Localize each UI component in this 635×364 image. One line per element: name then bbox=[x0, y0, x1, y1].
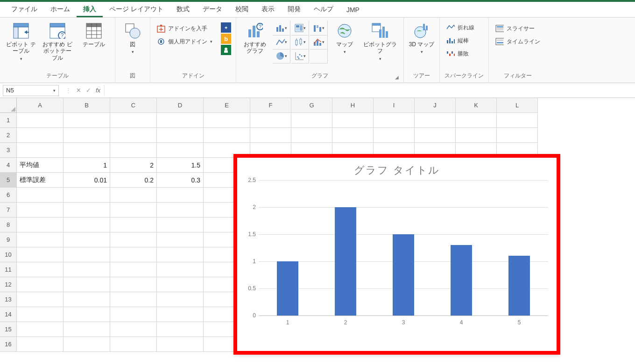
slicer-button[interactable]: スライサー bbox=[494, 23, 542, 34]
cell-B7[interactable] bbox=[64, 203, 110, 217]
cell-D5[interactable]: 0.3 bbox=[157, 173, 204, 188]
cell-D7[interactable] bbox=[157, 203, 204, 217]
row-header-3[interactable]: 3 bbox=[0, 143, 17, 158]
cell-B1[interactable] bbox=[64, 113, 110, 128]
column-header-D[interactable]: D bbox=[157, 98, 204, 113]
cell-C10[interactable] bbox=[110, 247, 157, 262]
cell-A11[interactable] bbox=[17, 262, 64, 277]
cell-B8[interactable] bbox=[64, 217, 110, 232]
select-all-corner[interactable] bbox=[0, 98, 17, 113]
enter-formula-icon[interactable]: ✓ bbox=[86, 87, 91, 94]
cell-B13[interactable] bbox=[64, 292, 110, 307]
cell-A12[interactable] bbox=[17, 277, 64, 292]
chart-bar[interactable] bbox=[393, 234, 414, 315]
pivot-chart-button[interactable]: ピボットグラフ ▾ bbox=[361, 21, 399, 61]
cell-C9[interactable] bbox=[110, 232, 157, 247]
cell-C12[interactable] bbox=[110, 277, 157, 292]
cell-B9[interactable] bbox=[64, 232, 110, 247]
cell-A16[interactable] bbox=[17, 337, 64, 352]
cell-A5[interactable]: 標準誤差 bbox=[17, 173, 64, 188]
column-header-A[interactable]: A bbox=[17, 98, 64, 113]
column-chart-button[interactable]: ▾ bbox=[273, 21, 290, 35]
cell-K1[interactable] bbox=[456, 113, 497, 128]
cell-C16[interactable] bbox=[110, 337, 157, 352]
cell-I2[interactable] bbox=[374, 128, 415, 143]
cell-A1[interactable] bbox=[17, 113, 64, 128]
cell-D2[interactable] bbox=[157, 128, 204, 143]
cell-D8[interactable] bbox=[157, 217, 204, 232]
row-header-16[interactable]: 16 bbox=[0, 337, 17, 352]
cell-H2[interactable] bbox=[332, 128, 374, 143]
cell-B5[interactable]: 0.01 bbox=[64, 173, 110, 188]
cell-D13[interactable] bbox=[157, 292, 204, 307]
cell-B16[interactable] bbox=[64, 337, 110, 352]
cell-A6[interactable] bbox=[17, 188, 64, 203]
scatter-chart-button[interactable]: ▾ bbox=[291, 49, 309, 63]
column-header-J[interactable]: J bbox=[415, 98, 456, 113]
pivot-table-button[interactable]: ピボット テーブル ▾ bbox=[5, 21, 37, 61]
cell-D15[interactable] bbox=[157, 322, 204, 337]
cell-B11[interactable] bbox=[64, 262, 110, 277]
my-addins-button[interactable]: 個人用アドイン ▾ bbox=[155, 36, 214, 47]
row-header-1[interactable]: 1 bbox=[0, 113, 17, 128]
cell-A9[interactable] bbox=[17, 232, 64, 247]
chart-bar[interactable] bbox=[335, 207, 356, 315]
column-header-C[interactable]: C bbox=[110, 98, 157, 113]
cell-C13[interactable] bbox=[110, 292, 157, 307]
cell-F1[interactable] bbox=[250, 113, 291, 128]
tab-開発[interactable]: 開発 bbox=[281, 2, 307, 17]
bing-maps-icon[interactable]: ✦ bbox=[221, 22, 231, 33]
column-header-G[interactable]: G bbox=[291, 98, 332, 113]
cell-E1[interactable] bbox=[204, 113, 250, 128]
cell-D16[interactable] bbox=[157, 337, 204, 352]
cell-C4[interactable]: 2 bbox=[110, 158, 157, 173]
cell-D4[interactable]: 1.5 bbox=[157, 158, 204, 173]
dialog-launcher-icon[interactable]: ◢ bbox=[395, 75, 399, 80]
tab-ファイル[interactable]: ファイル bbox=[5, 2, 44, 17]
tab-数式[interactable]: 数式 bbox=[170, 2, 196, 17]
row-header-13[interactable]: 13 bbox=[0, 292, 17, 307]
sparkline-line-button[interactable]: 折れ線 bbox=[444, 22, 476, 33]
cell-L2[interactable] bbox=[497, 128, 538, 143]
cell-C2[interactable] bbox=[110, 128, 157, 143]
cell-A10[interactable] bbox=[17, 247, 64, 262]
cell-C8[interactable] bbox=[110, 217, 157, 232]
waterfall-chart-button[interactable]: ▾ bbox=[310, 21, 328, 35]
cell-B14[interactable] bbox=[64, 307, 110, 322]
tab-ヘルプ[interactable]: ヘルプ bbox=[307, 2, 340, 17]
row-header-7[interactable]: 7 bbox=[0, 203, 17, 217]
name-box[interactable]: N5▾ bbox=[3, 85, 59, 96]
column-header-I[interactable]: I bbox=[374, 98, 415, 113]
cell-B10[interactable] bbox=[64, 247, 110, 262]
cell-D14[interactable] bbox=[157, 307, 204, 322]
cell-C3[interactable] bbox=[110, 143, 157, 158]
row-header-14[interactable]: 14 bbox=[0, 307, 17, 322]
recommended-charts-button[interactable]: ? おすすめ グラフ bbox=[241, 21, 269, 55]
cell-C15[interactable] bbox=[110, 322, 157, 337]
tab-校閲[interactable]: 校閲 bbox=[229, 2, 255, 17]
combo-chart-button[interactable]: ▾ bbox=[310, 35, 328, 49]
cell-C7[interactable] bbox=[110, 203, 157, 217]
cell-B12[interactable] bbox=[64, 277, 110, 292]
tab-データ[interactable]: データ bbox=[196, 2, 229, 17]
column-header-F[interactable]: F bbox=[250, 98, 291, 113]
statistic-chart-button[interactable]: ▾ bbox=[291, 35, 309, 49]
cell-C1[interactable] bbox=[110, 113, 157, 128]
tab-挿入[interactable]: 挿入 bbox=[77, 2, 103, 17]
cell-D12[interactable] bbox=[157, 277, 204, 292]
recommended-pivot-button[interactable]: ? おすすめ ピボットテーブル bbox=[41, 21, 74, 61]
cell-A8[interactable] bbox=[17, 217, 64, 232]
tab-ページ レイアウト[interactable]: ページ レイアウト bbox=[103, 2, 170, 17]
chart-bar[interactable] bbox=[508, 256, 530, 315]
hierarchy-chart-button[interactable]: ▾ bbox=[291, 21, 309, 35]
cell-H1[interactable] bbox=[332, 113, 374, 128]
cell-B4[interactable]: 1 bbox=[64, 158, 110, 173]
bing-icon[interactable]: b bbox=[221, 34, 231, 44]
cell-A3[interactable] bbox=[17, 143, 64, 158]
timeline-button[interactable]: タイムライン bbox=[494, 36, 542, 47]
row-header-9[interactable]: 9 bbox=[0, 232, 17, 247]
cell-G2[interactable] bbox=[291, 128, 332, 143]
cell-A14[interactable] bbox=[17, 307, 64, 322]
line-chart-button[interactable]: ▾ bbox=[273, 35, 290, 49]
cell-K2[interactable] bbox=[456, 128, 497, 143]
